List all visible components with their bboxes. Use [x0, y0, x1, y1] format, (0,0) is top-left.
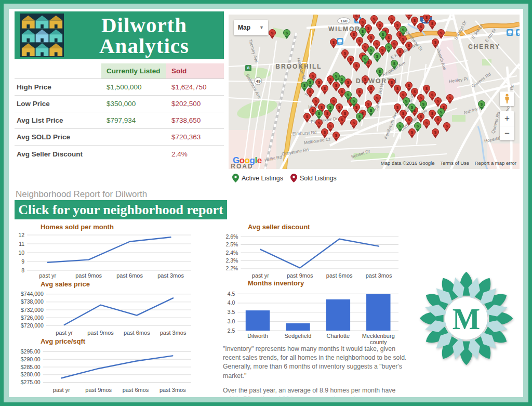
price-plot: $720,000$726,000$732,000$738,000$744,000…: [16, 289, 195, 338]
row-label: High Price: [15, 83, 101, 91]
active-listing-pin[interactable]: $: [327, 103, 334, 114]
legend-active-listings: Active Listings: [232, 174, 283, 182]
row-label: Avg List Price: [15, 116, 101, 124]
google-map[interactable]: WILMOREBROOKHILLCHERRYDILWORTHROADToomey…: [229, 15, 520, 169]
sold-listing-pin[interactable]: $: [432, 128, 439, 139]
svg-text:10: 10: [19, 250, 25, 256]
sold-listing-pin[interactable]: $: [344, 78, 352, 89]
sold-listing-pin[interactable]: $: [356, 88, 363, 98]
active-listing-pin[interactable]: $: [478, 100, 485, 111]
table-row: Low Price $350,000 $202,500: [15, 96, 224, 112]
active-listing-pin[interactable]: $: [315, 110, 323, 120]
svg-text:past 6mos: past 6mos: [326, 272, 353, 279]
chart-avg-price-sqft: Avg price/sqft$275.00$280.00$285.00$290.…: [16, 337, 197, 397]
svg-text:$732,000: $732,000: [21, 307, 44, 313]
sold-listing-pin[interactable]: $: [269, 29, 276, 40]
active-listing-pin[interactable]: $: [400, 26, 407, 36]
sold-listing-pin[interactable]: $: [405, 116, 413, 126]
active-listing-pin[interactable]: $: [350, 97, 357, 108]
listed-value: [101, 146, 166, 162]
svg-text:past yr: past yr: [53, 387, 70, 393]
svg-text:past 6mos: past 6mos: [124, 330, 150, 336]
active-listing-pin[interactable]: $: [437, 108, 445, 119]
report-error-link[interactable]: Report a map error: [475, 160, 516, 166]
inventory-notes: "Inventory" represents how many months i…: [223, 345, 407, 397]
neighborhood-report-banner[interactable]: Click for your neighborhood report: [15, 200, 227, 219]
sold-listing-pin[interactable]: $: [429, 20, 436, 30]
zoom-in-button[interactable]: +: [500, 111, 514, 126]
sold-listing-pin[interactable]: $: [443, 122, 450, 133]
svg-text:$290.00: $290.00: [21, 356, 41, 362]
svg-text:2.2%: 2.2%: [225, 265, 238, 271]
active-listing-pin[interactable]: $: [307, 78, 314, 89]
svg-text:past 3mos: past 3mos: [157, 272, 184, 279]
google-logo[interactable]: Google: [233, 155, 262, 166]
active-listing-pin[interactable]: $: [408, 103, 416, 114]
sold-listing-pin[interactable]: $: [332, 132, 340, 142]
zoom-out-button[interactable]: −: [500, 126, 514, 141]
sold-listing-pin[interactable]: $: [362, 75, 369, 86]
table-header-row: Currently Listed Sold: [15, 63, 224, 79]
active-listing-pin[interactable]: $: [376, 68, 383, 78]
sold-listing-pin[interactable]: $: [321, 85, 328, 95]
active-listing-pin[interactable]: $: [391, 60, 398, 70]
svg-text:3.0: 3.0: [228, 318, 235, 324]
row-label: Avg Seller Discount: [15, 150, 101, 158]
active-listing-pin[interactable]: $: [283, 29, 290, 40]
brand-title-line1: Dilworth: [64, 15, 224, 35]
sold-listing-pin[interactable]: $: [423, 119, 430, 129]
chart-homes-sold: Homes sold per month89101112past yrpast …: [16, 223, 197, 283]
zoom-control: + −: [500, 111, 514, 140]
inner-frame: Dilworth Analytics Currently Listed Sold…: [4, 4, 528, 402]
active-listing-pin[interactable]: $: [420, 100, 427, 111]
map-type-label: Map: [238, 24, 250, 31]
active-listing-pin[interactable]: $: [374, 53, 381, 63]
active-listing-pin[interactable]: $: [396, 122, 404, 133]
sold-listing-pin[interactable]: $: [437, 29, 445, 40]
active-listing-pin[interactable]: $: [356, 113, 363, 123]
svg-text:past yr: past yr: [252, 272, 269, 279]
chart-title: Months inventory: [248, 279, 405, 287]
active-listing-pin[interactable]: $: [338, 75, 345, 86]
svg-text:past 9mos: past 9mos: [287, 272, 313, 279]
svg-text:past 3mos: past 3mos: [159, 387, 186, 393]
active-listing-pin[interactable]: $: [379, 31, 387, 41]
flower-logo-svg: M: [413, 268, 520, 369]
sold-value: $720,363: [166, 129, 224, 145]
active-listing-pin[interactable]: $: [359, 28, 366, 38]
legend-sold-listings: Sold Listings: [290, 174, 337, 182]
page-frame: Dilworth Analytics Currently Listed Sold…: [0, 0, 532, 406]
sold-value: $738,650: [166, 112, 224, 128]
homes-on-market-link[interactable]: 32 homes are on the market: [282, 396, 362, 397]
svg-text:2.4%: 2.4%: [225, 250, 238, 256]
svg-text:$720,000: $720,000: [21, 322, 44, 329]
map-type-dropdown[interactable]: Map ▼: [234, 20, 268, 35]
svg-text:2.3%: 2.3%: [225, 257, 238, 264]
active-listing-pin[interactable]: $: [367, 107, 375, 117]
chart-title: Avg price/sqft: [41, 337, 197, 345]
active-listing-pin[interactable]: $: [414, 122, 421, 133]
svg-text:past 6mos: past 6mos: [116, 272, 143, 279]
listed-value: $350,000: [101, 96, 166, 112]
sold-listing-pin[interactable]: $: [374, 94, 381, 104]
route-shield: 8: [245, 65, 251, 71]
company-flower-logo: M: [413, 268, 520, 369]
sold-listing-pin[interactable]: $: [321, 128, 328, 139]
sold-listing-pin[interactable]: $: [367, 85, 375, 95]
pegman-streetview-button[interactable]: [500, 91, 514, 106]
row-label: Avg SOLD Price: [15, 133, 101, 141]
active-listing-pin[interactable]: $: [385, 43, 392, 54]
logo-letter: M: [453, 303, 480, 335]
sold-listing-pin[interactable]: $: [396, 48, 404, 58]
sold-listing-pin[interactable]: $: [446, 94, 454, 104]
sold-listing-pin[interactable]: $: [353, 62, 360, 72]
sold-listing-pin[interactable]: $: [432, 38, 439, 49]
active-listing-pin[interactable]: $: [362, 55, 369, 66]
sold-listing-pin[interactable]: $: [338, 116, 345, 126]
sold-listing-pin[interactable]: $: [330, 38, 337, 49]
listed-value: [101, 129, 166, 145]
sold-listing-pin[interactable]: $: [417, 23, 424, 33]
inventory-plot: 2.53.03.54.04.5DilworthSedgefieldCharlot…: [223, 288, 403, 348]
terms-link[interactable]: Terms of Use: [440, 160, 469, 166]
sold-listing-pin[interactable]: $: [405, 42, 413, 52]
